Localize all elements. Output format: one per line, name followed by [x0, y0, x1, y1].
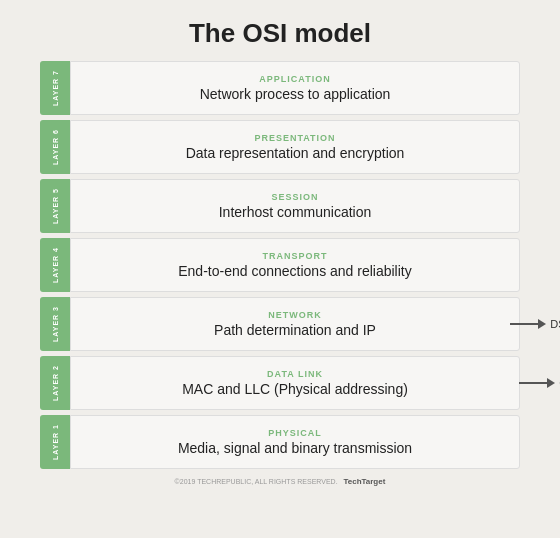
layer-badge-text-layer6: LAYER 6: [52, 129, 59, 165]
layer-content-layer7: APPLICATIONNetwork process to applicatio…: [70, 61, 520, 115]
brand-text: TechTarget: [343, 477, 385, 486]
layer-row-layer2: LAYER 2DATA LINKMAC and LLC (Physical ad…: [40, 356, 520, 410]
layer-badge-layer6: LAYER 6: [40, 120, 70, 174]
layer-badge-layer3: LAYER 3: [40, 297, 70, 351]
annotation-line-icon: [519, 382, 547, 384]
layer-badge-text-layer3: LAYER 3: [52, 306, 59, 342]
layer-description-layer2: MAC and LLC (Physical addressing): [182, 381, 408, 397]
layer-content-layer6: PRESENTATIONData representation and encr…: [70, 120, 520, 174]
annotation-arrow-icon: [547, 378, 555, 388]
layer-sublabel-layer5: SESSION: [271, 192, 318, 202]
layer-badge-text-layer4: LAYER 4: [52, 247, 59, 283]
annotation-arrow-icon: [538, 319, 546, 329]
layer-badge-layer2: LAYER 2: [40, 356, 70, 410]
layer-sublabel-layer7: APPLICATION: [259, 74, 330, 84]
layer-content-layer3: NETWORKPath determination and IP: [70, 297, 520, 351]
copyright-text: ©2019 TECHREPUBLIC, ALL RIGHTS RESERVED.: [175, 478, 338, 485]
layer-content-layer4: TRANSPORTEnd-to-end connections and reli…: [70, 238, 520, 292]
annotation-layer2: CoS value: [519, 377, 560, 389]
layer-description-layer4: End-to-end connections and reliability: [178, 263, 411, 279]
annotation-line-icon: [510, 323, 538, 325]
layer-description-layer6: Data representation and encryption: [186, 145, 405, 161]
layer-badge-layer1: LAYER 1: [40, 415, 70, 469]
layer-row-layer7: LAYER 7APPLICATIONNetwork process to app…: [40, 61, 520, 115]
layer-badge-layer5: LAYER 5: [40, 179, 70, 233]
layer-badge-layer4: LAYER 4: [40, 238, 70, 292]
layer-badge-text-layer1: LAYER 1: [52, 424, 59, 460]
layer-row-layer4: LAYER 4TRANSPORTEnd-to-end connections a…: [40, 238, 520, 292]
layer-description-layer5: Interhost communication: [219, 204, 372, 220]
layer-sublabel-layer2: DATA LINK: [267, 369, 323, 379]
layer-description-layer3: Path determination and IP: [214, 322, 376, 338]
layer-sublabel-layer4: TRANSPORT: [263, 251, 328, 261]
layers-container: LAYER 7APPLICATIONNetwork process to app…: [40, 61, 520, 469]
layer-badge-text-layer2: LAYER 2: [52, 365, 59, 401]
layer-description-layer1: Media, signal and binary transmission: [178, 440, 412, 456]
layer-row-layer1: LAYER 1PHYSICALMedia, signal and binary …: [40, 415, 520, 469]
page-title: The OSI model: [189, 18, 371, 49]
layer-sublabel-layer1: PHYSICAL: [268, 428, 322, 438]
layer-badge-text-layer7: LAYER 7: [52, 70, 59, 106]
layer-sublabel-layer6: PRESENTATION: [254, 133, 335, 143]
layer-row-layer3: LAYER 3NETWORKPath determination and IPD…: [40, 297, 520, 351]
layer-row-layer5: LAYER 5SESSIONInterhost communication: [40, 179, 520, 233]
layer-sublabel-layer3: NETWORK: [268, 310, 322, 320]
annotation-layer3: DSCP value: [510, 318, 560, 330]
layer-content-layer5: SESSIONInterhost communication: [70, 179, 520, 233]
annotation-label-layer3: DSCP value: [550, 318, 560, 330]
footer: ©2019 TECHREPUBLIC, ALL RIGHTS RESERVED.…: [0, 477, 560, 486]
layer-badge-text-layer5: LAYER 5: [52, 188, 59, 224]
layer-description-layer7: Network process to application: [200, 86, 391, 102]
layer-content-layer1: PHYSICALMedia, signal and binary transmi…: [70, 415, 520, 469]
layer-badge-layer7: LAYER 7: [40, 61, 70, 115]
layer-content-layer2: DATA LINKMAC and LLC (Physical addressin…: [70, 356, 520, 410]
layer-row-layer6: LAYER 6PRESENTATIONData representation a…: [40, 120, 520, 174]
